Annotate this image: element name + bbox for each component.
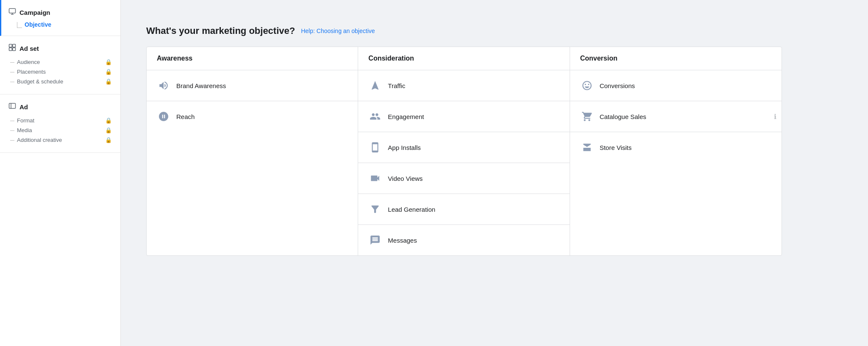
svg-rect-0: [9, 8, 16, 13]
catalogue-sales-icon: [580, 110, 594, 123]
video-views-label: Video Views: [388, 175, 423, 182]
item-video-views[interactable]: Video Views: [358, 163, 569, 194]
item-brand-awareness[interactable]: Brand Awareness: [147, 70, 358, 101]
svg-rect-2: [13, 44, 16, 47]
objective-row[interactable]: Objective: [8, 21, 112, 28]
megaphone-icon: [157, 79, 170, 92]
conversions-label: Conversions: [600, 82, 635, 89]
consideration-column: Traffic Engagement App Installs: [358, 70, 570, 255]
page-title: What's your marketing objective?: [146, 25, 295, 36]
sidebar-item-format[interactable]: Format 🔒: [8, 116, 112, 125]
placements-label: Placements: [17, 69, 46, 75]
additional-creative-lock-icon: 🔒: [105, 137, 112, 143]
conversions-icon: [580, 79, 594, 92]
svg-rect-1: [9, 44, 12, 47]
item-catalogue-sales[interactable]: Catalogue Sales ℹ: [570, 101, 782, 132]
messages-icon: [368, 233, 382, 247]
svg-rect-5: [9, 103, 16, 108]
header-conversion: Conversion: [570, 47, 782, 70]
format-label: Format: [17, 117, 34, 124]
lead-generation-label: Lead Generation: [388, 206, 435, 213]
campaign-title: Campaign: [19, 9, 50, 16]
sidebar-item-placements[interactable]: Placements 🔒: [8, 67, 112, 77]
adset-section: Ad set Audience 🔒 Placements 🔒 Budget & …: [0, 36, 120, 94]
traffic-icon: [368, 79, 382, 92]
awareness-column: Brand Awareness Reach: [147, 70, 358, 255]
item-reach[interactable]: Reach: [147, 101, 358, 132]
item-lead-generation[interactable]: Lead Generation: [358, 194, 569, 225]
adset-section-title: Ad set: [8, 44, 112, 53]
placements-lock-icon: 🔒: [105, 69, 112, 75]
help-link[interactable]: Help: Choosing an objective: [301, 28, 375, 34]
additional-creative-label: Additional creative: [17, 137, 62, 143]
lead-generation-icon: [368, 202, 382, 216]
main-content: What's your marketing objective? Help: C…: [121, 0, 868, 346]
item-traffic[interactable]: Traffic: [358, 70, 569, 101]
engagement-icon: [368, 110, 382, 123]
sidebar-item-media[interactable]: Media 🔒: [8, 125, 112, 135]
item-app-installs[interactable]: App Installs: [358, 132, 569, 163]
campaign-section: Campaign Objective: [0, 0, 120, 36]
reach-label: Reach: [176, 113, 195, 120]
ad-title: Ad: [19, 103, 28, 111]
brand-awareness-label: Brand Awareness: [176, 82, 226, 89]
objective-label[interactable]: Objective: [25, 21, 51, 28]
info-icon[interactable]: ℹ: [774, 113, 776, 121]
app-installs-icon: [368, 141, 382, 154]
ad-section-title: Ad: [8, 102, 112, 111]
sidebar: Campaign Objective Ad set Audience 🔒: [0, 0, 121, 346]
adset-icon: [8, 44, 16, 53]
audience-label: Audience: [17, 59, 40, 65]
audience-lock-icon: 🔒: [105, 59, 112, 65]
app-installs-label: App Installs: [388, 144, 421, 151]
adset-title: Ad set: [19, 45, 39, 52]
traffic-label: Traffic: [388, 82, 405, 89]
header-consideration: Consideration: [358, 47, 570, 70]
reach-icon: [157, 110, 170, 123]
svg-rect-4: [13, 48, 16, 51]
messages-label: Messages: [388, 237, 417, 244]
store-visits-label: Store Visits: [600, 144, 632, 151]
item-engagement[interactable]: Engagement: [358, 101, 569, 132]
item-store-visits[interactable]: Store Visits: [570, 132, 782, 163]
sidebar-item-additional-creative[interactable]: Additional creative 🔒: [8, 135, 112, 145]
table-body: Brand Awareness Reach Traffic: [147, 70, 782, 255]
campaign-section-title: Campaign: [8, 8, 112, 17]
budget-lock-icon: 🔒: [105, 78, 112, 85]
ad-icon: [8, 102, 16, 111]
sidebar-item-budget[interactable]: Budget & schedule 🔒: [8, 77, 112, 86]
campaign-icon: [8, 8, 16, 17]
header-awareness: Awareness: [147, 47, 358, 70]
engagement-label: Engagement: [388, 113, 424, 120]
ad-section: Ad Format 🔒 Media 🔒 Additional creative …: [0, 94, 120, 153]
store-visits-icon: [580, 141, 594, 154]
format-lock-icon: 🔒: [105, 117, 112, 124]
svg-rect-3: [9, 48, 12, 51]
media-label: Media: [17, 127, 32, 133]
objective-table: Awareness Consideration Conversion Brand…: [146, 47, 782, 256]
item-messages[interactable]: Messages: [358, 225, 569, 255]
budget-label: Budget & schedule: [17, 78, 63, 85]
catalogue-sales-label: Catalogue Sales: [600, 113, 646, 120]
page-header: What's your marketing objective? Help: C…: [121, 25, 868, 47]
sidebar-item-audience[interactable]: Audience 🔒: [8, 57, 112, 67]
item-conversions[interactable]: Conversions: [570, 70, 782, 101]
table-header-row: Awareness Consideration Conversion: [147, 47, 782, 70]
media-lock-icon: 🔒: [105, 127, 112, 133]
conversion-column: Conversions Catalogue Sales ℹ Store Visi…: [570, 70, 782, 255]
video-views-icon: [368, 172, 382, 185]
